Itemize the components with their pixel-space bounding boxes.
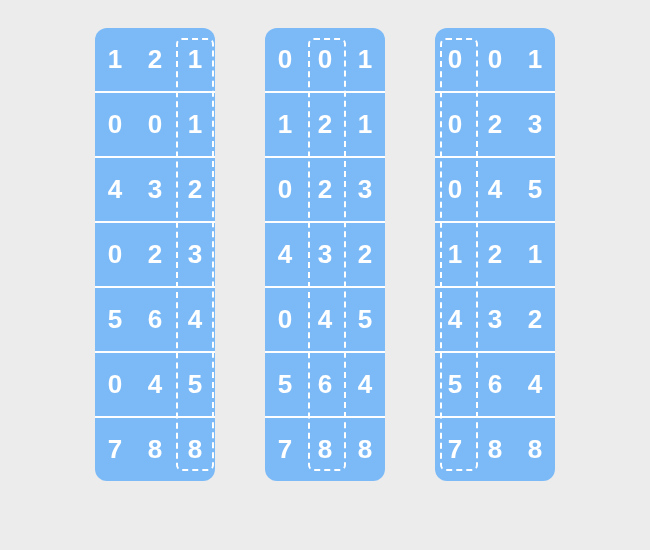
digit-cell: 8	[135, 418, 175, 481]
table-row: 0 4 5	[435, 156, 555, 221]
digit-cell: 2	[305, 93, 345, 156]
digit-cell: 0	[475, 28, 515, 91]
digit-cell: 0	[265, 158, 305, 221]
table-row: 0 0 1	[265, 28, 385, 91]
digit-cell: 0	[95, 93, 135, 156]
column-0: 1 2 1 0 0 1 4 3 2 0 2 3 5 6 4 0 4 5	[95, 28, 215, 481]
table-row: 0 0 1	[435, 28, 555, 91]
digit-cell: 4	[345, 353, 385, 416]
digit-cell: 6	[135, 288, 175, 351]
sort-columns-stage: 1 2 1 0 0 1 4 3 2 0 2 3 5 6 4 0 4 5	[0, 0, 650, 481]
table-row: 0 2 3	[265, 156, 385, 221]
digit-cell: 1	[515, 28, 555, 91]
digit-cell: 4	[175, 288, 215, 351]
digit-cell: 5	[95, 288, 135, 351]
digit-cell: 5	[435, 353, 475, 416]
digit-cell: 1	[265, 93, 305, 156]
digit-cell: 4	[135, 353, 175, 416]
digit-cell: 8	[515, 418, 555, 481]
digit-cell: 8	[305, 418, 345, 481]
digit-cell: 7	[435, 418, 475, 481]
table-row: 7 8 8	[95, 416, 215, 481]
table-row: 1 2 1	[95, 28, 215, 91]
digit-cell: 3	[305, 223, 345, 286]
digit-cell: 0	[95, 223, 135, 286]
digit-cell: 0	[435, 28, 475, 91]
digit-cell: 1	[515, 223, 555, 286]
digit-cell: 2	[475, 223, 515, 286]
digit-cell: 2	[515, 288, 555, 351]
digit-cell: 1	[175, 93, 215, 156]
digit-cell: 4	[515, 353, 555, 416]
digit-cell: 2	[175, 158, 215, 221]
digit-cell: 0	[265, 28, 305, 91]
digit-cell: 6	[475, 353, 515, 416]
table-row: 5 6 4	[435, 351, 555, 416]
table-row: 4 3 2	[265, 221, 385, 286]
digit-cell: 7	[95, 418, 135, 481]
table-row: 5 6 4	[95, 286, 215, 351]
digit-cell: 3	[175, 223, 215, 286]
table-row: 0 2 3	[95, 221, 215, 286]
table-row: 5 6 4	[265, 351, 385, 416]
digit-cell: 8	[475, 418, 515, 481]
digit-cell: 5	[345, 288, 385, 351]
digit-cell: 7	[265, 418, 305, 481]
table-row: 0 4 5	[95, 351, 215, 416]
table-row: 1 2 1	[435, 221, 555, 286]
digit-cell: 4	[305, 288, 345, 351]
digit-cell: 3	[475, 288, 515, 351]
column-1: 0 0 1 1 2 1 0 2 3 4 3 2 0 4 5 5 6 4	[265, 28, 385, 481]
digit-cell: 4	[435, 288, 475, 351]
digit-cell: 0	[435, 93, 475, 156]
digit-cell: 4	[95, 158, 135, 221]
digit-cell: 4	[265, 223, 305, 286]
table-row: 7 8 8	[265, 416, 385, 481]
digit-cell: 0	[95, 353, 135, 416]
digit-cell: 1	[95, 28, 135, 91]
table-row: 0 0 1	[95, 91, 215, 156]
digit-cell: 3	[135, 158, 175, 221]
digit-cell: 0	[265, 288, 305, 351]
column-2: 0 0 1 0 2 3 0 4 5 1 2 1 4 3 2 5 6 4	[435, 28, 555, 481]
digit-cell: 4	[475, 158, 515, 221]
table-row: 0 2 3	[435, 91, 555, 156]
table-row: 0 4 5	[265, 286, 385, 351]
digit-cell: 2	[475, 93, 515, 156]
digit-cell: 2	[135, 223, 175, 286]
digit-cell: 2	[135, 28, 175, 91]
table-row: 1 2 1	[265, 91, 385, 156]
digit-cell: 3	[515, 93, 555, 156]
digit-cell: 5	[265, 353, 305, 416]
digit-cell: 5	[175, 353, 215, 416]
digit-cell: 1	[345, 93, 385, 156]
digit-cell: 0	[135, 93, 175, 156]
digit-cell: 6	[305, 353, 345, 416]
digit-cell: 2	[305, 158, 345, 221]
digit-cell: 0	[305, 28, 345, 91]
digit-cell: 0	[435, 158, 475, 221]
digit-cell: 8	[175, 418, 215, 481]
digit-cell: 8	[345, 418, 385, 481]
digit-cell: 1	[435, 223, 475, 286]
digit-cell: 1	[345, 28, 385, 91]
table-row: 7 8 8	[435, 416, 555, 481]
digit-cell: 1	[175, 28, 215, 91]
digit-cell: 3	[345, 158, 385, 221]
table-row: 4 3 2	[95, 156, 215, 221]
table-row: 4 3 2	[435, 286, 555, 351]
digit-cell: 5	[515, 158, 555, 221]
digit-cell: 2	[345, 223, 385, 286]
